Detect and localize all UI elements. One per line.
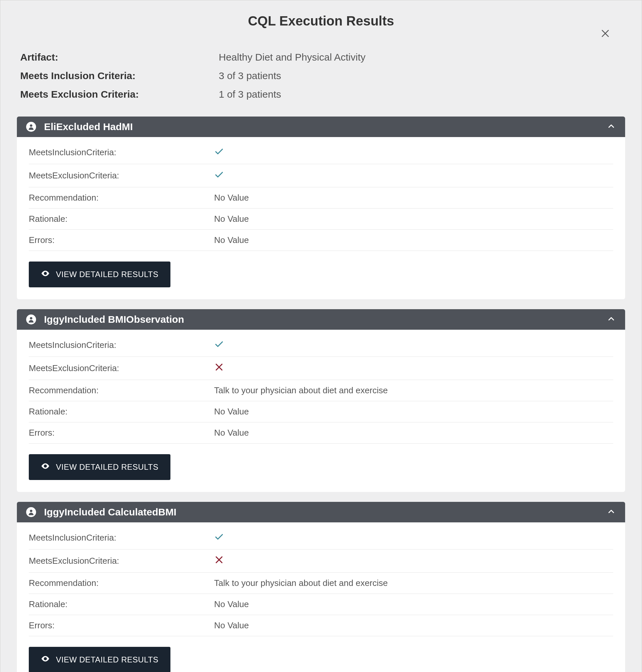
view-detailed-label: VIEW DETAILED RESULTS xyxy=(56,462,158,472)
page-title: CQL Execution Results xyxy=(17,14,625,28)
patient-panel: IggyIncluded BMIObservation MeetsInclusi… xyxy=(17,309,625,492)
svg-point-8 xyxy=(30,510,32,512)
eye-icon xyxy=(41,269,50,280)
artifact-value: Healthy Diet and Physical Activity xyxy=(219,52,366,63)
meets-inclusion-label: MeetsInclusionCriteria: xyxy=(29,533,214,543)
patient-panel-header[interactable]: IggyIncluded BMIObservation xyxy=(17,309,625,330)
recommendation-label: Recommendation: xyxy=(29,385,214,396)
patient-name: IggyIncluded BMIObservation xyxy=(44,314,607,325)
errors-label: Errors: xyxy=(29,235,214,245)
rationale-value: No Value xyxy=(214,406,249,417)
person-icon xyxy=(26,507,36,517)
recommendation-value: No Value xyxy=(214,193,249,203)
rationale-value: No Value xyxy=(214,214,249,224)
recommendation-value: Talk to your physician about diet and ex… xyxy=(214,578,388,588)
rationale-label: Rationale: xyxy=(29,599,214,609)
meets-inclusion-value xyxy=(214,532,224,544)
rationale-value: No Value xyxy=(214,599,249,609)
errors-label: Errors: xyxy=(29,620,214,631)
person-icon xyxy=(26,122,36,132)
svg-point-2 xyxy=(30,125,32,127)
rationale-label: Rationale: xyxy=(29,406,214,417)
artifact-label: Artifact: xyxy=(20,52,219,63)
inclusion-criteria-value: 3 of 3 patients xyxy=(219,70,281,81)
patient-panel-header[interactable]: IggyIncluded CalculatedBMI xyxy=(17,502,625,522)
view-detailed-label: VIEW DETAILED RESULTS xyxy=(56,270,158,279)
patient-panel: EliExcluded HadMI MeetsInclusionCriteria… xyxy=(17,116,625,299)
inclusion-criteria-label: Meets Inclusion Criteria: xyxy=(20,70,219,81)
recommendation-label: Recommendation: xyxy=(29,193,214,203)
meets-exclusion-value xyxy=(214,555,224,567)
meets-exclusion-label: MeetsExclusionCriteria: xyxy=(29,363,214,373)
meets-inclusion-label: MeetsInclusionCriteria: xyxy=(29,340,214,350)
check-icon xyxy=(214,339,224,351)
patient-panel-header[interactable]: EliExcluded HadMI xyxy=(17,116,625,137)
summary-section: Artifact: Healthy Diet and Physical Acti… xyxy=(17,52,625,100)
rationale-label: Rationale: xyxy=(29,214,214,224)
view-detailed-results-button[interactable]: VIEW DETAILED RESULTS xyxy=(29,647,170,672)
patient-panel-body: MeetsInclusionCriteria: MeetsExclusionCr… xyxy=(17,330,625,492)
x-icon xyxy=(214,362,224,375)
check-icon xyxy=(214,169,224,182)
patient-panel-body: MeetsInclusionCriteria: MeetsExclusionCr… xyxy=(17,137,625,299)
exclusion-criteria-value: 1 of 3 patients xyxy=(219,89,281,100)
meets-exclusion-value xyxy=(214,362,224,375)
chevron-up-icon xyxy=(607,507,616,517)
errors-value: No Value xyxy=(214,428,249,438)
errors-label: Errors: xyxy=(29,428,214,438)
errors-value: No Value xyxy=(214,235,249,245)
eye-icon xyxy=(41,461,50,473)
close-icon xyxy=(600,34,611,40)
recommendation-label: Recommendation: xyxy=(29,578,214,588)
close-button[interactable] xyxy=(600,28,611,40)
patient-name: IggyIncluded CalculatedBMI xyxy=(44,507,607,518)
patient-panel-body: MeetsInclusionCriteria: MeetsExclusionCr… xyxy=(17,522,625,672)
view-detailed-results-button[interactable]: VIEW DETAILED RESULTS xyxy=(29,454,170,480)
errors-value: No Value xyxy=(214,620,249,631)
recommendation-value: Talk to your physician about diet and ex… xyxy=(214,385,388,396)
check-icon xyxy=(214,532,224,544)
meets-inclusion-value xyxy=(214,339,224,351)
meets-exclusion-label: MeetsExclusionCriteria: xyxy=(29,556,214,566)
patient-name: EliExcluded HadMI xyxy=(44,121,607,132)
svg-point-4 xyxy=(30,317,32,319)
svg-point-11 xyxy=(45,658,46,660)
svg-point-3 xyxy=(45,273,46,275)
patient-panel: IggyIncluded CalculatedBMI MeetsInclusio… xyxy=(17,502,625,672)
meets-exclusion-value xyxy=(214,169,224,182)
x-icon xyxy=(214,555,224,567)
meets-exclusion-label: MeetsExclusionCriteria: xyxy=(29,170,214,181)
svg-point-7 xyxy=(45,466,46,467)
eye-icon xyxy=(41,654,50,665)
chevron-up-icon xyxy=(607,122,616,132)
view-detailed-label: VIEW DETAILED RESULTS xyxy=(56,655,158,664)
person-icon xyxy=(26,315,36,325)
meets-inclusion-label: MeetsInclusionCriteria: xyxy=(29,147,214,157)
exclusion-criteria-label: Meets Exclusion Criteria: xyxy=(20,89,219,100)
check-icon xyxy=(214,146,224,159)
view-detailed-results-button[interactable]: VIEW DETAILED RESULTS xyxy=(29,262,170,287)
meets-inclusion-value xyxy=(214,146,224,159)
chevron-up-icon xyxy=(607,314,616,325)
